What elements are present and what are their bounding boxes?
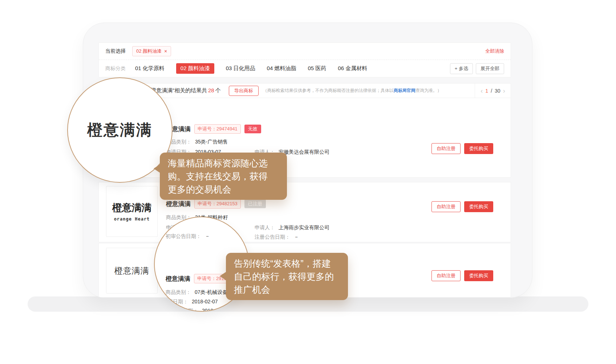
trademark-name: 橙意满满 bbox=[166, 200, 191, 208]
multi-select-button[interactable]: + 多选 bbox=[450, 63, 473, 74]
reg-announce-value: － bbox=[294, 234, 299, 240]
category-item-04[interactable]: 04 燃料油脂 bbox=[267, 65, 296, 72]
first-trial-label: 初审公告日期： bbox=[166, 233, 201, 239]
current-selection-label: 当前选择 bbox=[105, 48, 126, 54]
reg-announce-label: 注册公告日期： bbox=[255, 234, 290, 240]
reg-announce-field: 注册公告日期：－ bbox=[255, 234, 299, 240]
chevron-right-icon[interactable]: › bbox=[503, 88, 505, 94]
application-number-tag: 申请号：29482153 bbox=[194, 199, 241, 209]
expand-all-button[interactable]: 展开全部 bbox=[476, 63, 504, 74]
tooltip-line: 海量精品商标资源随心选 bbox=[168, 157, 279, 170]
application-number-tag: 申请号：29474941 bbox=[194, 124, 241, 134]
applicant-field: 申请人：上海雨步实业有限公司 bbox=[255, 225, 329, 231]
status-badge-invalid: 无效 bbox=[244, 125, 261, 133]
chevron-left-icon[interactable]: ‹ bbox=[481, 88, 483, 94]
apply-date-value: 2018-02-07 bbox=[192, 299, 218, 304]
current-selection-row: 当前选择 02 颜料油漆 × 全部清除 bbox=[99, 43, 511, 60]
clear-all-link[interactable]: 全部清除 bbox=[485, 48, 504, 54]
pagination-total: 30 bbox=[495, 88, 500, 94]
selected-filter-tag[interactable]: 02 颜料油漆 × bbox=[132, 46, 171, 56]
applicant-value: 安徽美达会展有限公司 bbox=[279, 149, 329, 155]
tooltip-promotion: 告别传统“发表格”，搭建 自己的标行，获得更多的 推广机会 bbox=[226, 253, 348, 300]
trademark-title-row-1: 橙意满满 申请号：29474941 无效 bbox=[166, 124, 261, 134]
application-number-value: 29482153 bbox=[216, 201, 238, 206]
tooltip-arrow-left-icon bbox=[154, 164, 160, 173]
tooltip-line: 推广机会 bbox=[234, 283, 340, 296]
export-trademark-button[interactable]: 导出商标 bbox=[229, 86, 259, 96]
magnified-trademark-text: 橙意满满 bbox=[87, 120, 153, 140]
tooltip-line: 购。支持在线交易，获得 bbox=[168, 170, 279, 183]
tooltip-arrow-left-icon bbox=[220, 272, 226, 280]
category-item-05[interactable]: 05 医药 bbox=[308, 65, 326, 72]
row-actions-2: 自助注册 委托购买 bbox=[431, 201, 493, 212]
entrust-buy-button[interactable]: 委托购买 bbox=[464, 201, 493, 212]
trademark-image-main-text: 橙意满满 bbox=[112, 201, 151, 214]
trademark-name: 橙意满满 bbox=[166, 275, 190, 283]
disclaimer-post: 查询为准。） bbox=[416, 88, 442, 93]
tooltip-line: 更多的交易机会 bbox=[168, 183, 279, 196]
application-number-label: 申请号： bbox=[198, 126, 216, 132]
category-item-02-selected[interactable]: 02 颜料油漆 bbox=[176, 63, 214, 74]
results-summary-suffix: 个 bbox=[215, 87, 221, 93]
pagination-current: 1 bbox=[485, 88, 488, 94]
trademark-title-row-2: 橙意满满 申请号：29482153 已注册 bbox=[166, 199, 266, 209]
trademark-image-3: 橙意满满 bbox=[106, 248, 158, 294]
page: { "colors": { "accent_red": "#e8453f", "… bbox=[0, 0, 616, 364]
entrust-buy-button[interactable]: 委托购买 bbox=[464, 270, 493, 281]
tooltip-line: 自己的标行，获得更多的 bbox=[234, 270, 340, 283]
disclaimer-pre: （商标检索结果仅供参考，不作为商标能否注册的法律依据；具体以 bbox=[263, 88, 394, 93]
row-actions-3: 自助注册 委托购买 bbox=[431, 270, 493, 281]
application-number-value: 29474941 bbox=[216, 126, 238, 132]
category-label: 商品类别： bbox=[166, 289, 191, 295]
application-number-label: 申请号： bbox=[198, 201, 216, 206]
disclaimer-text: （商标检索结果仅供参考，不作为商标能否注册的法律依据；具体以商标局官网查询为准。… bbox=[263, 88, 442, 94]
self-register-button[interactable]: 自助注册 bbox=[431, 270, 461, 281]
category-item-06[interactable]: 06 金属材料 bbox=[338, 65, 367, 72]
category-item-01[interactable]: 01 化学原料 bbox=[135, 65, 165, 72]
category-actions: + 多选 展开全部 bbox=[450, 63, 504, 74]
category-row: 商标分类 01 化学原料 02 颜料油漆 03 日化用品 04 燃料油脂 05 … bbox=[99, 60, 511, 77]
self-register-button[interactable]: 自助注册 bbox=[431, 201, 461, 212]
tooltip-line: 告别传统“发表格”，搭建 bbox=[234, 257, 340, 270]
category-field: 商品类别：07类-机械设备 bbox=[166, 289, 227, 296]
category-item-03[interactable]: 03 日化用品 bbox=[226, 65, 255, 72]
row-actions-1: 自助注册 委托购买 bbox=[431, 143, 493, 154]
trademark-image-main-text: 橙意满满 bbox=[114, 265, 149, 276]
trademark-office-link[interactable]: 商标局官网 bbox=[394, 88, 416, 93]
trademark-image-2: 橙意满满 orange Heart bbox=[106, 186, 158, 237]
results-count: 28 bbox=[207, 87, 215, 93]
applicant-label: 申请人： bbox=[255, 225, 275, 230]
status-badge-registered: 已注册 bbox=[244, 199, 266, 208]
pagination-divider: / bbox=[491, 88, 492, 94]
entrust-buy-button[interactable]: 委托购买 bbox=[464, 143, 493, 154]
self-register-button[interactable]: 自助注册 bbox=[431, 143, 461, 154]
trademark-image-sub-text: orange Heart bbox=[114, 217, 150, 222]
applicant-value: 上海雨步实业有限公司 bbox=[279, 225, 329, 230]
first-trial-field: 初审公告日期：－ bbox=[166, 233, 210, 240]
category-value: 35类-广告销售 bbox=[195, 139, 228, 145]
application-number-label: 申请号： bbox=[197, 276, 216, 281]
tooltip-marketplace: 海量精品商标资源随心选 购。支持在线交易，获得 更多的交易机会 bbox=[160, 153, 287, 200]
filter-card: 当前选择 02 颜料油漆 × 全部清除 商标分类 01 化学原料 02 颜料油漆… bbox=[98, 43, 511, 77]
selected-filter-tag-label: 02 颜料油漆 bbox=[136, 48, 162, 54]
pagination: ‹ 1 / 30 › bbox=[475, 84, 511, 98]
category-row-label: 商标分类 bbox=[105, 65, 126, 72]
close-icon[interactable]: × bbox=[164, 49, 167, 54]
category-value: 07类-机械设备 bbox=[195, 289, 227, 295]
category-field: 商品类别：35类-广告销售 bbox=[166, 139, 427, 145]
first-trial-value: － bbox=[205, 233, 210, 239]
results-header: 当前分类共检索到“橙意满满”相关的结果共28个 导出商标 （商标检索结果仅供参考… bbox=[99, 84, 511, 98]
